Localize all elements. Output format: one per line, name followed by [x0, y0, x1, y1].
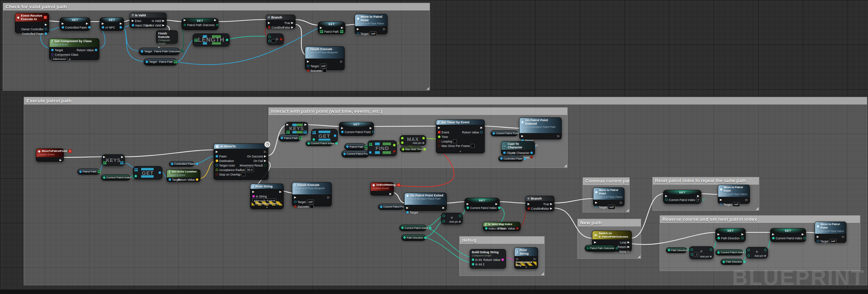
map-pin-icon[interactable]	[174, 60, 177, 63]
array-in-pin[interactable]	[313, 131, 316, 134]
exec-out-pin[interactable]: ▶	[370, 127, 372, 130]
pin-return-value[interactable]	[480, 131, 483, 133]
exec-out-pin[interactable]: ▶	[443, 207, 445, 209]
exec-out-pin[interactable]: ▶	[481, 126, 483, 129]
node-get-patrol-path[interactable]: Target Patrol Path	[144, 58, 177, 65]
exec-is-valid-pin[interactable]: ▶	[162, 20, 164, 22]
pin-destination[interactable]	[216, 160, 218, 162]
comment-title[interactable]: New path	[578, 219, 641, 226]
exec-false-pin[interactable]: ▶	[291, 26, 293, 29]
exec-in-pin[interactable]: ▶	[294, 196, 296, 199]
found-out-pin[interactable]	[393, 150, 395, 153]
exec-out-pin[interactable]: ▷	[842, 235, 844, 238]
pin-input-object[interactable]	[132, 24, 134, 26]
in-b-pin[interactable]	[268, 40, 271, 42]
map-out-pin[interactable]	[299, 137, 302, 140]
pin-target[interactable]	[357, 32, 359, 35]
node-add-2[interactable]: + Add pin⊕	[746, 247, 768, 258]
pin-condition[interactable]	[268, 26, 270, 29]
array-in-pin[interactable]	[194, 39, 198, 42]
node-move-to-patrol-point-1[interactable]: ◆Move to Patrol PointTarget is BTTask Pa…	[355, 14, 387, 34]
pin-pawn[interactable]	[216, 155, 218, 157]
exec-in-pin[interactable]: ▶	[595, 201, 597, 204]
node-get-component-by-class[interactable]: ƒGet Component by ClassTarget is Actor T…	[49, 38, 99, 60]
pin-value-in[interactable]	[717, 237, 720, 239]
pin-out[interactable]	[181, 50, 184, 53]
node-is-valid-map-index[interactable]: ƒIs Valid Map Index Index to Test Return…	[483, 222, 521, 231]
pin-movement-result[interactable]	[264, 164, 266, 167]
add-pin-button[interactable]: Add pin⊕	[413, 141, 424, 145]
exec-in-pin[interactable]: ▶	[341, 127, 343, 130]
node-on-patrol-point-exited[interactable]: ◆On Patrol Point ExitedTarget is AIObjec…	[404, 193, 447, 211]
node-set-current-patrol-point[interactable]: SET ▶▶ Current Patrol Point	[339, 122, 374, 136]
out-pin[interactable]	[196, 163, 198, 165]
node-is-valid[interactable]: ?Is Valid ▶Exec Input Object Is Valid▶ I…	[130, 13, 167, 28]
exec-in-pin[interactable]: ▷	[516, 258, 519, 261]
node-finish-execute-collapsed[interactable]: Finish Execute Collapsed Graph ▶	[156, 30, 178, 44]
in-a-pin[interactable]	[443, 215, 445, 217]
node-get-1[interactable]: GET	[133, 166, 162, 179]
exec-out-pin[interactable]: ▷	[340, 60, 343, 63]
class-select[interactable]: AIBehavior	[51, 57, 68, 61]
value-out-pin[interactable]	[334, 134, 336, 137]
exec-out-pin[interactable]: ▷	[534, 258, 536, 261]
exec-out-pin[interactable]: ▶	[390, 193, 392, 195]
pin-value-out[interactable]	[216, 24, 218, 26]
pin-as-character[interactable]	[530, 152, 533, 154]
exec-in-pin[interactable]: ▶	[772, 233, 774, 236]
array-out-pin[interactable]	[120, 161, 123, 164]
map-out-pin[interactable]	[98, 170, 101, 173]
out-pin[interactable]	[710, 248, 712, 251]
pill-max-wait-time[interactable]: Max Wait Time	[400, 147, 422, 152]
add-pin-button[interactable]: Add pin⊕	[754, 254, 766, 257]
exec-in-pin[interactable]: ▶	[717, 233, 720, 236]
comment-title[interactable]: debug	[460, 237, 544, 244]
add-pin-button[interactable]: Add pin⊕	[449, 220, 461, 223]
exec-out-pin[interactable]: ▶	[60, 159, 62, 162]
success-checkbox[interactable]	[323, 69, 327, 72]
exec-in-pin[interactable]: ▶	[357, 28, 359, 31]
exec-out-pin[interactable]: ▷	[746, 199, 748, 201]
exec-in-pin[interactable]: ▶	[102, 22, 104, 25]
out-pin[interactable]	[459, 215, 461, 217]
in-b-pin[interactable]	[443, 220, 445, 223]
exec-in-pin[interactable]: ▶	[817, 235, 819, 238]
pin-event-delegate[interactable]	[438, 131, 440, 133]
exec-false-pin[interactable]: ▶	[550, 207, 552, 210]
pin-target[interactable]	[294, 201, 297, 203]
node-ai-move-to[interactable]: ◷ ▦AI MoveTo ▶ Pawn Destination Target A…	[214, 144, 268, 180]
pill-controlled-pawn-2[interactable]: Controlled Pawn	[498, 156, 523, 161]
map-out-pin[interactable]	[340, 30, 343, 33]
resize-handle[interactable]	[541, 272, 544, 275]
pin-target[interactable]	[406, 211, 409, 214]
map-in-pin[interactable]	[320, 30, 323, 33]
pin-stop-on-overlap[interactable]	[216, 173, 218, 176]
pin-value-out[interactable]	[804, 237, 806, 239]
pin-controlled-pawn[interactable]	[45, 32, 47, 35]
exec-out-pin[interactable]: ▶	[496, 203, 498, 206]
exec-out-pin[interactable]: ▶	[121, 156, 123, 158]
index-value[interactable]: 0	[696, 198, 700, 202]
node-get-patrol-path-outcome[interactable]: Target Patrol Path Outcome	[139, 48, 180, 55]
pin-in-int-2[interactable]	[472, 263, 474, 265]
node-keys-2[interactable]: ▶ ▶ KEYS	[285, 122, 308, 135]
node-branch-top[interactable]: ⑂Branch ▶ Condition True▶ False▶	[266, 15, 295, 29]
bool-out-pin[interactable]	[280, 38, 282, 40]
value-out-pin[interactable]	[159, 171, 161, 174]
node-event-on-end-waiting[interactable]: ◆OnEndWaitingCustom Event ▶	[370, 182, 394, 195]
exec-on-fail-pin[interactable]: ▶	[264, 160, 266, 162]
node-print-string-1[interactable]: ƒPrint String ▶ In String AIMoveTo Faile…	[250, 184, 284, 209]
comment-title[interactable]: Continue current path	[583, 178, 629, 185]
stop-on-overlap-checkbox[interactable]	[241, 172, 245, 176]
exec-in-pin[interactable]: ▶	[528, 203, 530, 206]
collapse-chevron-icon[interactable]: ∨	[251, 206, 283, 209]
resize-handle[interactable]	[637, 255, 640, 258]
map-in-pin[interactable]	[369, 143, 372, 146]
index-in-pin[interactable]	[313, 138, 315, 141]
pin-target[interactable]	[720, 203, 722, 206]
node-branch-2[interactable]: ⑂Branch ▶ Condition True▶ False▶	[525, 196, 554, 211]
pin-condition[interactable]	[528, 207, 530, 210]
pill-current-patrol-index-2[interactable]: Current Patrol Index	[306, 141, 332, 146]
pin-value-out[interactable]	[372, 131, 375, 133]
pin-owner-controller[interactable]	[45, 28, 47, 30]
